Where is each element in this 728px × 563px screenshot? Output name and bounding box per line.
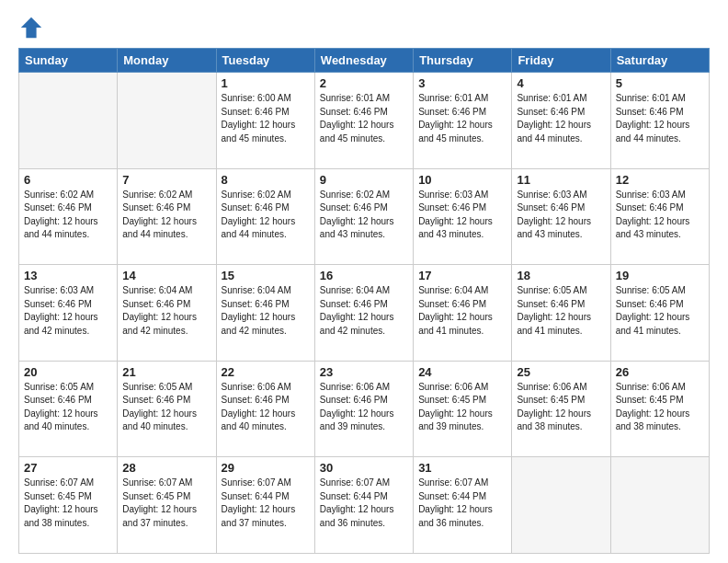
day-number: 18 bbox=[517, 269, 605, 282]
calendar-day-cell: 11Sunrise: 6:03 AM Sunset: 6:46 PM Dayli… bbox=[512, 168, 610, 265]
day-info: Sunrise: 6:06 AM Sunset: 6:45 PM Dayligh… bbox=[418, 381, 506, 434]
day-number: 5 bbox=[616, 76, 704, 90]
calendar-day-header: Monday bbox=[118, 49, 216, 73]
calendar-day-cell: 8Sunrise: 6:02 AM Sunset: 6:46 PM Daylig… bbox=[216, 168, 314, 265]
day-number: 29 bbox=[222, 461, 310, 475]
calendar-day-cell bbox=[610, 457, 709, 554]
calendar-day-cell: 29Sunrise: 6:07 AM Sunset: 6:44 PM Dayli… bbox=[216, 457, 314, 554]
day-info: Sunrise: 6:02 AM Sunset: 6:46 PM Dayligh… bbox=[122, 189, 210, 242]
calendar-day-cell: 5Sunrise: 6:01 AM Sunset: 6:46 PM Daylig… bbox=[610, 73, 709, 169]
day-info: Sunrise: 6:07 AM Sunset: 6:44 PM Dayligh… bbox=[222, 477, 310, 530]
calendar-day-cell: 17Sunrise: 6:04 AM Sunset: 6:46 PM Dayli… bbox=[414, 265, 512, 362]
day-info: Sunrise: 6:06 AM Sunset: 6:45 PM Dayligh… bbox=[517, 381, 605, 434]
calendar-day-cell: 22Sunrise: 6:06 AM Sunset: 6:46 PM Dayli… bbox=[216, 361, 314, 457]
calendar-day-header: Wednesday bbox=[314, 49, 413, 73]
calendar-day-cell: 25Sunrise: 6:06 AM Sunset: 6:45 PM Dayli… bbox=[512, 361, 610, 457]
calendar-day-cell bbox=[118, 73, 216, 169]
calendar-day-header: Thursday bbox=[414, 49, 512, 73]
day-number: 22 bbox=[222, 365, 310, 379]
day-number: 12 bbox=[616, 173, 704, 187]
day-number: 25 bbox=[517, 365, 605, 379]
calendar-day-cell: 16Sunrise: 6:04 AM Sunset: 6:46 PM Dayli… bbox=[314, 265, 413, 362]
calendar-week-row: 1Sunrise: 6:00 AM Sunset: 6:46 PM Daylig… bbox=[19, 73, 710, 169]
calendar-day-cell: 31Sunrise: 6:07 AM Sunset: 6:44 PM Dayli… bbox=[414, 457, 512, 554]
calendar-day-cell: 19Sunrise: 6:05 AM Sunset: 6:46 PM Dayli… bbox=[610, 265, 709, 362]
day-number: 2 bbox=[320, 76, 408, 90]
svg-marker-0 bbox=[21, 17, 41, 38]
calendar-day-cell bbox=[19, 73, 118, 169]
day-info: Sunrise: 6:06 AM Sunset: 6:46 PM Dayligh… bbox=[320, 381, 408, 434]
calendar-day-header: Sunday bbox=[19, 49, 118, 73]
day-number: 20 bbox=[24, 365, 112, 379]
day-info: Sunrise: 6:05 AM Sunset: 6:46 PM Dayligh… bbox=[122, 381, 210, 434]
calendar-week-row: 20Sunrise: 6:05 AM Sunset: 6:46 PM Dayli… bbox=[19, 361, 710, 457]
day-number: 8 bbox=[222, 173, 310, 187]
day-info: Sunrise: 6:07 AM Sunset: 6:45 PM Dayligh… bbox=[24, 477, 112, 530]
calendar-week-row: 13Sunrise: 6:03 AM Sunset: 6:46 PM Dayli… bbox=[19, 265, 710, 362]
day-info: Sunrise: 6:06 AM Sunset: 6:46 PM Dayligh… bbox=[222, 381, 310, 434]
calendar-week-row: 6Sunrise: 6:02 AM Sunset: 6:46 PM Daylig… bbox=[19, 168, 710, 265]
day-info: Sunrise: 6:03 AM Sunset: 6:46 PM Dayligh… bbox=[24, 284, 112, 338]
day-number: 6 bbox=[24, 173, 112, 187]
page: SundayMondayTuesdayWednesdayThursdayFrid… bbox=[0, 0, 728, 563]
calendar-day-cell: 1Sunrise: 6:00 AM Sunset: 6:46 PM Daylig… bbox=[216, 73, 314, 169]
calendar-day-cell: 12Sunrise: 6:03 AM Sunset: 6:46 PM Dayli… bbox=[610, 168, 709, 265]
day-number: 21 bbox=[122, 365, 210, 379]
day-number: 27 bbox=[24, 461, 112, 475]
calendar-day-cell: 14Sunrise: 6:04 AM Sunset: 6:46 PM Dayli… bbox=[118, 265, 216, 362]
calendar-day-cell: 15Sunrise: 6:04 AM Sunset: 6:46 PM Dayli… bbox=[216, 265, 314, 362]
calendar-table: SundayMondayTuesdayWednesdayThursdayFrid… bbox=[18, 48, 710, 554]
day-number: 11 bbox=[517, 173, 605, 187]
day-number: 19 bbox=[616, 269, 704, 282]
calendar-day-cell: 4Sunrise: 6:01 AM Sunset: 6:46 PM Daylig… bbox=[512, 73, 610, 169]
day-number: 31 bbox=[418, 461, 506, 475]
day-info: Sunrise: 6:02 AM Sunset: 6:46 PM Dayligh… bbox=[320, 189, 408, 242]
day-info: Sunrise: 6:05 AM Sunset: 6:46 PM Dayligh… bbox=[616, 284, 704, 338]
day-info: Sunrise: 6:01 AM Sunset: 6:46 PM Dayligh… bbox=[418, 92, 506, 145]
calendar-day-cell: 3Sunrise: 6:01 AM Sunset: 6:46 PM Daylig… bbox=[414, 73, 512, 169]
day-info: Sunrise: 6:05 AM Sunset: 6:46 PM Dayligh… bbox=[24, 381, 112, 434]
day-number: 28 bbox=[122, 461, 210, 475]
calendar-day-cell: 24Sunrise: 6:06 AM Sunset: 6:45 PM Dayli… bbox=[414, 361, 512, 457]
logo-icon bbox=[18, 15, 44, 40]
day-info: Sunrise: 6:02 AM Sunset: 6:46 PM Dayligh… bbox=[24, 189, 112, 242]
day-number: 14 bbox=[122, 269, 210, 282]
calendar-day-cell: 13Sunrise: 6:03 AM Sunset: 6:46 PM Dayli… bbox=[19, 265, 118, 362]
day-number: 15 bbox=[222, 269, 310, 282]
day-number: 24 bbox=[418, 365, 506, 379]
day-info: Sunrise: 6:03 AM Sunset: 6:46 PM Dayligh… bbox=[418, 189, 506, 242]
calendar-day-cell: 9Sunrise: 6:02 AM Sunset: 6:46 PM Daylig… bbox=[314, 168, 413, 265]
day-number: 13 bbox=[24, 269, 112, 282]
header bbox=[18, 15, 710, 40]
calendar-week-row: 27Sunrise: 6:07 AM Sunset: 6:45 PM Dayli… bbox=[19, 457, 710, 554]
day-number: 16 bbox=[320, 269, 408, 282]
calendar-day-header: Saturday bbox=[610, 49, 709, 73]
day-info: Sunrise: 6:02 AM Sunset: 6:46 PM Dayligh… bbox=[222, 189, 310, 242]
calendar-day-cell: 28Sunrise: 6:07 AM Sunset: 6:45 PM Dayli… bbox=[118, 457, 216, 554]
calendar-day-cell: 21Sunrise: 6:05 AM Sunset: 6:46 PM Dayli… bbox=[118, 361, 216, 457]
day-number: 3 bbox=[418, 76, 506, 90]
day-info: Sunrise: 6:00 AM Sunset: 6:46 PM Dayligh… bbox=[222, 92, 310, 145]
day-number: 26 bbox=[616, 365, 704, 379]
day-info: Sunrise: 6:04 AM Sunset: 6:46 PM Dayligh… bbox=[122, 284, 210, 338]
calendar-day-cell: 10Sunrise: 6:03 AM Sunset: 6:46 PM Dayli… bbox=[414, 168, 512, 265]
day-number: 7 bbox=[122, 173, 210, 187]
day-number: 23 bbox=[320, 365, 408, 379]
day-info: Sunrise: 6:04 AM Sunset: 6:46 PM Dayligh… bbox=[418, 284, 506, 338]
calendar-day-cell: 23Sunrise: 6:06 AM Sunset: 6:46 PM Dayli… bbox=[314, 361, 413, 457]
calendar-day-cell: 18Sunrise: 6:05 AM Sunset: 6:46 PM Dayli… bbox=[512, 265, 610, 362]
day-number: 10 bbox=[418, 173, 506, 187]
calendar-day-cell: 7Sunrise: 6:02 AM Sunset: 6:46 PM Daylig… bbox=[118, 168, 216, 265]
calendar-day-cell: 27Sunrise: 6:07 AM Sunset: 6:45 PM Dayli… bbox=[19, 457, 118, 554]
calendar-day-cell: 30Sunrise: 6:07 AM Sunset: 6:44 PM Dayli… bbox=[314, 457, 413, 554]
day-info: Sunrise: 6:03 AM Sunset: 6:46 PM Dayligh… bbox=[616, 189, 704, 242]
day-info: Sunrise: 6:01 AM Sunset: 6:46 PM Dayligh… bbox=[616, 92, 704, 145]
day-info: Sunrise: 6:07 AM Sunset: 6:45 PM Dayligh… bbox=[122, 477, 210, 530]
day-info: Sunrise: 6:04 AM Sunset: 6:46 PM Dayligh… bbox=[222, 284, 310, 338]
calendar-day-header: Tuesday bbox=[216, 49, 314, 73]
day-number: 4 bbox=[517, 76, 605, 90]
day-info: Sunrise: 6:01 AM Sunset: 6:46 PM Dayligh… bbox=[320, 92, 408, 145]
calendar-day-cell bbox=[512, 457, 610, 554]
day-info: Sunrise: 6:07 AM Sunset: 6:44 PM Dayligh… bbox=[320, 477, 408, 530]
day-info: Sunrise: 6:05 AM Sunset: 6:46 PM Dayligh… bbox=[517, 284, 605, 338]
